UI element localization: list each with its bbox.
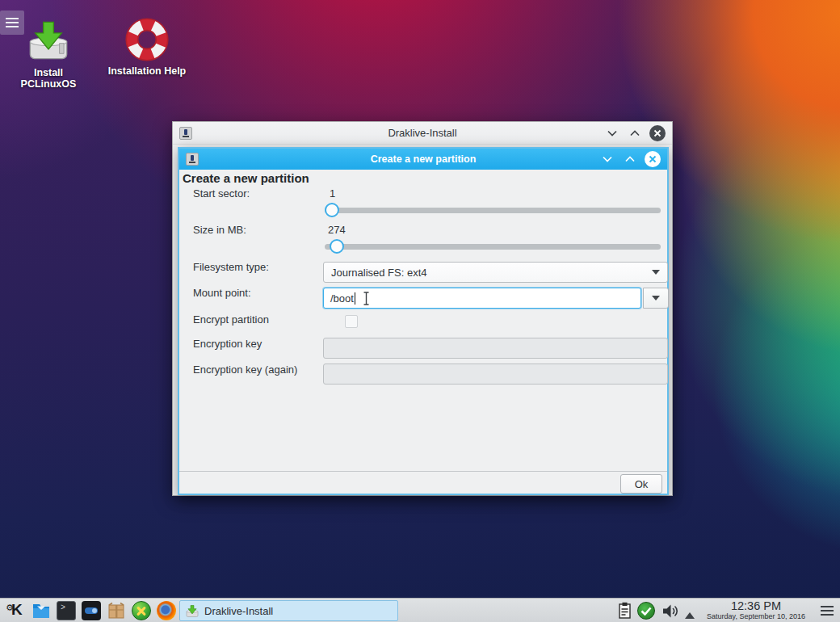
desktop-icon-label: Install PCLinuxOS (8, 67, 89, 90)
minimize-icon[interactable] (599, 151, 615, 167)
filesystem-type-label: Filesystem type: (193, 261, 269, 273)
size-mb-slider[interactable] (325, 244, 661, 250)
file-manager-icon[interactable] (32, 601, 51, 620)
desktop-background: Install PCLinuxOS Installation Help Drak… (0, 0, 840, 622)
size-mb-label: Size in MB: (193, 224, 246, 236)
dialog-icon (186, 153, 199, 166)
start-sector-slider[interactable] (325, 208, 661, 213)
install-tray-icon (185, 604, 200, 618)
start-sector-value: 1 (330, 187, 335, 200)
dialog-title: Create a new partition (179, 153, 667, 165)
window-icon (179, 127, 192, 140)
clock-date: Saturday, September 10, 2016 (696, 612, 816, 621)
encryption-key-again-input (323, 364, 668, 385)
system-settings-icon[interactable] (82, 601, 101, 620)
filesystem-type-select[interactable]: Journalised FS: ext4 (323, 262, 668, 283)
terminal-icon[interactable]: > (57, 601, 76, 620)
close-button[interactable] (649, 125, 666, 141)
dialog-titlebar[interactable]: Create a new partition (179, 149, 667, 170)
button-separator (179, 471, 667, 472)
lifebuoy-icon (107, 18, 187, 61)
close-button[interactable] (645, 151, 661, 167)
panel-menu-icon[interactable] (821, 606, 834, 616)
ibeam-cursor (363, 292, 370, 308)
control-center-icon[interactable] (132, 601, 151, 620)
encryption-key-label: Encryption key (193, 338, 262, 350)
mount-point-dropdown-button[interactable] (643, 288, 669, 309)
chevron-down-icon (652, 296, 660, 300)
start-sector-slider-handle[interactable] (325, 203, 339, 217)
desktop-icon-installation-help[interactable]: Installation Help (107, 18, 187, 77)
size-mb-value: 274 (328, 224, 346, 236)
mount-point-input[interactable]: /boot (323, 288, 641, 309)
maximize-icon[interactable] (627, 125, 643, 141)
tray-expander-icon[interactable] (685, 607, 695, 622)
encryption-key-input (323, 338, 668, 359)
package-manager-icon[interactable] (107, 601, 126, 620)
maximize-icon[interactable] (622, 151, 638, 167)
text-caret (355, 292, 355, 305)
taskbar: ⚙K > (0, 598, 840, 622)
chevron-down-icon (652, 270, 660, 275)
encrypt-partition-checkbox[interactable] (345, 315, 358, 328)
dialog-create-partition: Create a new partition Create a new part… (178, 147, 669, 495)
desktop-icon-label: Installation Help (107, 65, 187, 77)
taskbar-entry-label: Draklive-Install (204, 605, 273, 617)
clipboard-icon[interactable] (618, 602, 632, 622)
encryption-key-again-label: Encryption key (again) (193, 364, 297, 376)
desktop-icon-install-pclinuxos[interactable]: Install PCLinuxOS (8, 18, 89, 90)
filesystem-type-value: Journalised FS: ext4 (331, 267, 427, 279)
minimize-icon[interactable] (604, 125, 620, 141)
kde-menu-icon[interactable]: ⚙K (6, 601, 26, 620)
taskbar-entry-draklive-install[interactable]: Draklive-Install (179, 600, 398, 621)
outer-titlebar[interactable]: Draklive-Install (173, 122, 672, 145)
firefox-icon[interactable] (157, 601, 176, 620)
clock[interactable]: 12:36 PM Saturday, September 10, 2016 (696, 599, 816, 621)
start-sector-label: Start sector: (193, 187, 250, 200)
install-tray-icon (8, 18, 89, 63)
clock-time: 12:36 PM (696, 599, 816, 612)
updates-ok-icon[interactable] (637, 602, 655, 620)
ok-button[interactable]: Ok (620, 474, 662, 494)
size-mb-slider-handle[interactable] (330, 239, 344, 254)
mount-point-label: Mount point: (193, 287, 251, 299)
outer-window-title: Draklive-Install (173, 127, 672, 139)
volume-icon[interactable] (662, 603, 679, 622)
mount-point-value: /boot (330, 292, 354, 305)
dialog-body: Create a new partition Start sector: 1 S… (179, 170, 667, 494)
encrypt-partition-label: Encrypt partition (193, 313, 269, 326)
dialog-heading: Create a new partition (183, 171, 309, 185)
